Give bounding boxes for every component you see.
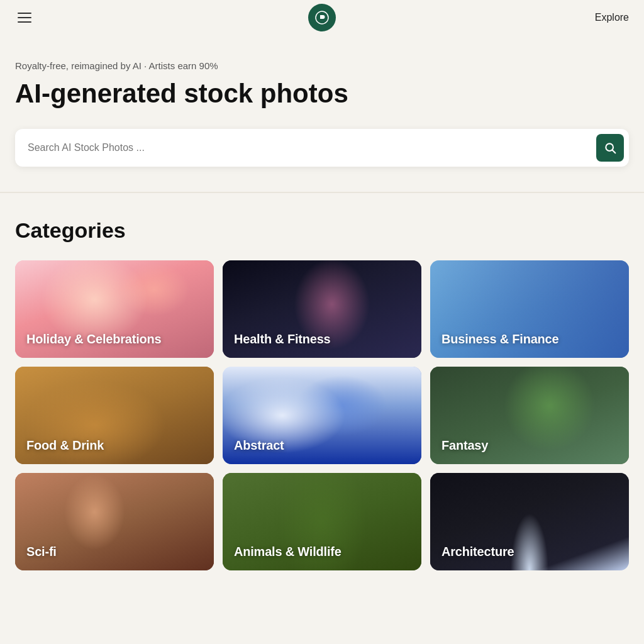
category-label-animals: Animals & Wildlife xyxy=(234,545,341,559)
category-card-abstract[interactable]: Abstract xyxy=(223,367,421,464)
category-label-fantasy: Fantasy xyxy=(441,438,488,453)
logo[interactable] xyxy=(308,4,336,31)
categories-grid: Holiday & Celebrations Health & Fitness … xyxy=(15,260,629,570)
category-card-scifi[interactable]: Sci-fi xyxy=(15,473,214,570)
categories-title: Categories xyxy=(15,218,629,243)
hero-subtitle: Royalty-free, reimagined by AI · Artists… xyxy=(15,60,629,71)
hero-title: AI-generated stock photos xyxy=(15,79,629,109)
category-label-scifi: Sci-fi xyxy=(26,545,57,559)
categories-section: Categories Holiday & Celebrations Health… xyxy=(0,193,644,586)
category-label-food: Food & Drink xyxy=(26,438,104,453)
category-card-business[interactable]: Business & Finance xyxy=(430,260,629,358)
category-card-animals[interactable]: Animals & Wildlife xyxy=(223,473,421,570)
category-label-architecture: Architecture xyxy=(441,545,514,559)
explore-button[interactable]: Explore xyxy=(595,12,629,23)
category-label-health: Health & Fitness xyxy=(234,332,331,347)
svg-line-2 xyxy=(613,150,616,153)
search-button[interactable] xyxy=(596,134,624,162)
search-icon xyxy=(604,142,616,154)
category-card-health[interactable]: Health & Fitness xyxy=(223,260,421,358)
search-input[interactable] xyxy=(28,142,596,153)
header: Explore xyxy=(0,0,644,35)
category-card-fantasy[interactable]: Fantasy xyxy=(430,367,629,464)
category-label-abstract: Abstract xyxy=(234,438,284,453)
category-card-holiday[interactable]: Holiday & Celebrations xyxy=(15,260,214,358)
category-card-food[interactable]: Food & Drink xyxy=(15,367,214,464)
category-label-business: Business & Finance xyxy=(441,332,558,347)
hero-section: Royalty-free, reimagined by AI · Artists… xyxy=(0,35,644,192)
menu-button[interactable] xyxy=(15,10,34,25)
category-label-holiday: Holiday & Celebrations xyxy=(26,332,162,347)
logo-icon xyxy=(308,4,336,31)
category-card-architecture[interactable]: Architecture xyxy=(430,473,629,570)
search-bar xyxy=(15,129,629,167)
